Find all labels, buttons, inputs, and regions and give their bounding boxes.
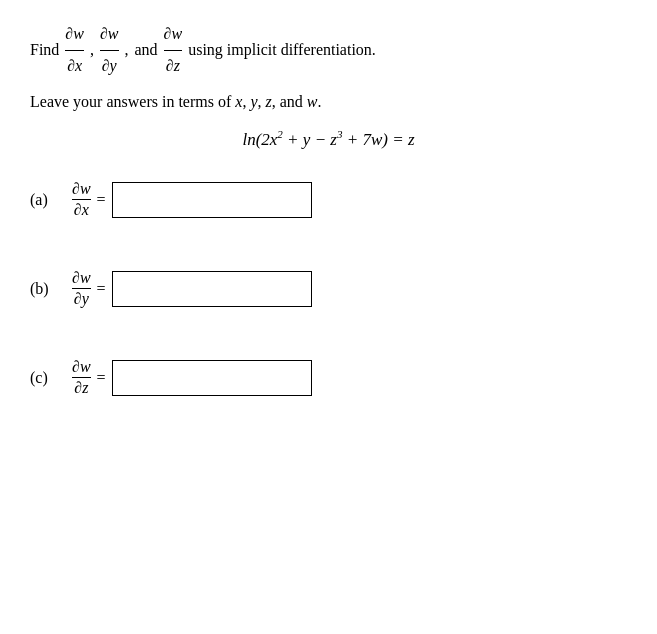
part-b-label: (b)	[30, 280, 60, 298]
part-a: (a) ∂w ∂x =	[30, 180, 627, 219]
part-a-fraction: ∂w ∂x	[72, 180, 91, 219]
part-b: (b) ∂w ∂y =	[30, 269, 627, 308]
part-c-input[interactable]	[112, 360, 312, 396]
fraction-dw-dx-numer: ∂w	[65, 20, 84, 51]
part-c-numer: ∂w	[72, 358, 91, 378]
problem-header: Find ∂w ∂x , ∂w ∂y , and ∂w ∂z using imp…	[30, 20, 627, 81]
part-b-numer: ∂w	[72, 269, 91, 289]
comma-2: ,	[125, 36, 129, 65]
equation-block: ln(2x2 + y − z3 + 7w) = z	[30, 129, 627, 151]
fraction-dw-dx: ∂w ∂x	[65, 20, 84, 81]
part-b-input[interactable]	[112, 271, 312, 307]
and-label: and	[135, 36, 158, 65]
fraction-dw-dy: ∂w ∂y	[100, 20, 119, 81]
fraction-dw-dy-denom: ∂y	[102, 51, 117, 81]
part-a-content: ∂w ∂x =	[72, 180, 312, 219]
part-a-denom: ∂x	[74, 200, 89, 219]
part-c-content: ∂w ∂z =	[72, 358, 312, 397]
using-label: using implicit differentiation.	[188, 36, 376, 65]
part-b-fraction: ∂w ∂y	[72, 269, 91, 308]
part-b-content: ∂w ∂y =	[72, 269, 312, 308]
instruction-text: Leave your answers in terms of x, y, z, …	[30, 93, 627, 111]
instruction-content: Leave your answers in terms of x, y, z, …	[30, 93, 322, 110]
fraction-dw-dz-numer: ∂w	[164, 20, 183, 51]
part-c: (c) ∂w ∂z =	[30, 358, 627, 397]
part-b-denom: ∂y	[74, 289, 89, 308]
equation-text: ln(2x2 + y − z3 + 7w) = z	[242, 130, 414, 149]
part-b-equals: =	[97, 280, 106, 298]
part-a-input[interactable]	[112, 182, 312, 218]
part-c-denom: ∂z	[74, 378, 88, 397]
part-c-equals: =	[97, 369, 106, 387]
find-label: Find	[30, 36, 59, 65]
part-c-label: (c)	[30, 369, 60, 387]
fraction-dw-dx-denom: ∂x	[67, 51, 82, 81]
fraction-dw-dz-denom: ∂z	[166, 51, 180, 81]
part-a-numer: ∂w	[72, 180, 91, 200]
part-c-fraction: ∂w ∂z	[72, 358, 91, 397]
fraction-dw-dy-numer: ∂w	[100, 20, 119, 51]
part-a-equals: =	[97, 191, 106, 209]
fraction-dw-dz: ∂w ∂z	[164, 20, 183, 81]
part-a-label: (a)	[30, 191, 60, 209]
comma-1: ,	[90, 36, 94, 65]
